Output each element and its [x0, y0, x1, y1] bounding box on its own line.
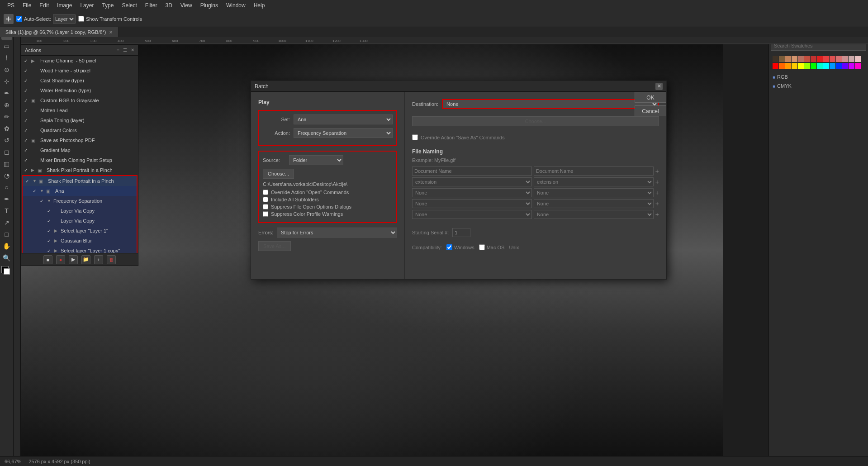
swatch[interactable] — [779, 63, 785, 69]
pen-tool[interactable]: ✒ — [1, 194, 12, 204]
action-dropdown[interactable]: Frequency Separation — [294, 128, 393, 138]
swatch[interactable] — [798, 63, 804, 69]
action-water-reflection[interactable]: ✓ Water Reflection (type) — [21, 86, 138, 95]
action-layer-via-copy-2[interactable]: ✓ Layer Via Copy — [23, 216, 137, 226]
stop-button[interactable]: ■ — [43, 255, 52, 264]
naming-select-8[interactable]: None — [534, 210, 654, 219]
naming-select-4[interactable]: None — [534, 188, 654, 197]
cancel-button[interactable]: Cancel — [635, 105, 666, 116]
swatch[interactable] — [842, 56, 848, 62]
menu-edit[interactable]: Edit — [36, 1, 52, 10]
menu-type[interactable]: Type — [98, 1, 117, 10]
action-layer-via-copy-1[interactable]: ✓ Layer Via Copy — [23, 206, 137, 216]
tab-close-icon[interactable]: ✕ — [109, 30, 113, 35]
swatch[interactable] — [804, 56, 810, 62]
serial-input[interactable] — [452, 228, 470, 237]
action-gradient-map[interactable]: ✓ Gradient Map — [21, 145, 138, 155]
menu-file[interactable]: File — [19, 1, 35, 10]
swatch[interactable] — [830, 56, 835, 62]
swatch[interactable] — [830, 63, 835, 69]
save-as-button[interactable]: Save As... — [258, 241, 291, 251]
naming-select-1[interactable]: extension — [412, 177, 532, 186]
swatch[interactable] — [823, 56, 829, 62]
ok-button[interactable]: OK — [635, 92, 666, 103]
suppress-color-checkbox[interactable] — [263, 211, 268, 217]
swatch[interactable] — [811, 56, 816, 62]
errors-dropdown[interactable]: Stop for Errors — [277, 228, 397, 238]
action-wood-frame[interactable]: ✓ Wood Frame - 50 pixel — [21, 66, 138, 76]
menu-plugins[interactable]: Plugins — [197, 1, 222, 10]
action-frame-channel[interactable]: ✓ ▶ Frame Channel - 50 pixel — [21, 56, 138, 66]
swatch[interactable] — [855, 63, 861, 69]
swatch-group-rgb[interactable]: ■ RGB — [769, 72, 868, 81]
swatch[interactable] — [798, 56, 804, 62]
action-ana[interactable]: ✓ ▼ ▣ Ana — [23, 186, 137, 196]
swatch[interactable] — [842, 63, 848, 69]
swatch[interactable] — [849, 56, 854, 62]
swatch[interactable] — [785, 56, 791, 62]
action-freq-sep[interactable]: ✓ ▼ Frequency Separation — [23, 196, 137, 206]
collapse-icon[interactable]: ≡ — [117, 48, 119, 52]
action-select-layer1copy[interactable]: ✓ ▶ Select layer "Layer 1 copy" — [23, 246, 137, 253]
shape-tool[interactable]: □ — [1, 229, 12, 240]
include-subfolders-checkbox[interactable] — [263, 197, 268, 202]
brush-tool[interactable]: ✏ — [1, 111, 12, 122]
swatch[interactable] — [779, 56, 785, 62]
auto-select-checkbox[interactable] — [16, 16, 22, 22]
swatch-group-cmyk[interactable]: ■ CMYK — [769, 81, 868, 90]
eraser-tool[interactable]: ◻ — [1, 147, 12, 157]
menu-3d[interactable]: 3D — [161, 1, 175, 10]
menu-filter[interactable]: Filter — [142, 1, 161, 10]
action-shark1[interactable]: ✓ ▶ ▣ Shark Pixel Portrait in a Pinch — [21, 165, 138, 175]
new-action-button[interactable]: + — [94, 255, 103, 264]
type-tool[interactable]: T — [1, 205, 12, 216]
menu-ps[interactable]: PS — [4, 1, 18, 10]
auto-select-dropdown[interactable]: Layer — [53, 14, 76, 24]
marquee-tool[interactable]: ▭ — [1, 41, 12, 52]
naming-select-3[interactable]: None — [412, 188, 532, 197]
history-brush-tool[interactable]: ↺ — [1, 135, 12, 146]
delete-action-button[interactable]: 🗑 — [107, 255, 116, 264]
mac-checkbox[interactable] — [479, 244, 485, 250]
action-gaussian-blur[interactable]: ✓ ▶ Gaussian Blur — [23, 236, 137, 246]
folder-button[interactable]: 📁 — [81, 255, 90, 264]
clone-stamp-tool[interactable]: ✿ — [1, 123, 12, 134]
menu-window[interactable]: Window — [223, 1, 249, 10]
naming-input-1[interactable] — [412, 166, 532, 176]
path-select-tool[interactable]: ↗ — [1, 217, 12, 228]
swatch[interactable] — [817, 63, 823, 69]
swatch[interactable] — [849, 63, 854, 69]
naming-select-7[interactable]: None — [412, 210, 532, 219]
choose-source-button[interactable]: Choose... — [263, 169, 294, 179]
dodge-tool[interactable]: ○ — [1, 182, 12, 193]
menu-icon[interactable]: ☰ — [123, 48, 127, 52]
swatch[interactable] — [817, 56, 823, 62]
action-sepia[interactable]: ✓ Sepia Toning (layer) — [21, 115, 138, 125]
crop-tool[interactable]: ⊹ — [1, 76, 12, 87]
action-cast-shadow[interactable]: ✓ Cast Shadow (type) — [21, 76, 138, 86]
document-tab[interactable]: Slika (1).jpg @ 66,7% (Layer 1 copy, RGB… — [0, 27, 119, 37]
action-save-pdf[interactable]: ✓ ▣ Save as Photoshop PDF — [21, 135, 138, 145]
blur-tool[interactable]: ◔ — [1, 170, 12, 181]
swatch[interactable] — [773, 56, 778, 62]
action-mixer-brush[interactable]: ✓ Mixer Brush Cloning Paint Setup — [21, 155, 138, 165]
swatch[interactable] — [823, 63, 829, 69]
swatch[interactable] — [811, 63, 816, 69]
hand-tool[interactable]: ✋ — [1, 241, 12, 252]
set-dropdown[interactable]: Ana — [294, 114, 393, 124]
swatch[interactable] — [804, 63, 810, 69]
action-select-layer1[interactable]: ✓ ▶ Select layer "Layer 1" — [23, 226, 137, 236]
naming-input-2[interactable] — [534, 166, 654, 176]
swatch[interactable] — [792, 63, 797, 69]
menu-image[interactable]: Image — [53, 1, 76, 10]
dialog-close-button[interactable]: ✕ — [655, 83, 663, 90]
swatch[interactable] — [836, 56, 842, 62]
menu-view[interactable]: View — [177, 1, 196, 10]
naming-select-5[interactable]: None — [412, 199, 532, 208]
healing-tool[interactable]: ⊕ — [1, 100, 12, 110]
action-custom-rgb[interactable]: ✓ ▣ Custom RGB to Grayscale — [21, 95, 138, 105]
eyedropper-tool[interactable]: ✒ — [1, 88, 12, 99]
close-panel-icon[interactable]: ✕ — [131, 48, 134, 52]
naming-select-6[interactable]: None — [534, 199, 654, 208]
menu-help[interactable]: Help — [250, 1, 269, 10]
